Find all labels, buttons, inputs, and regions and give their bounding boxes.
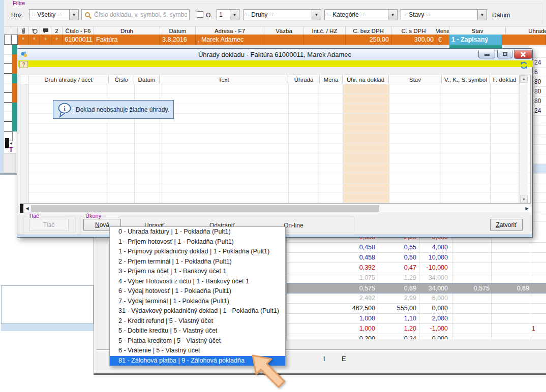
payments-header-f-doklad[interactable]: F. doklad	[490, 75, 520, 84]
table-row[interactable]: 0,392 0,47 -10,000	[287, 263, 546, 273]
table-row[interactable]: 2,492 2,99 6,000	[287, 293, 546, 304]
row-mena[interactable]: €	[436, 35, 449, 45]
row-datum[interactable]: 3.8.2016	[160, 35, 196, 45]
menu-item[interactable]: 0 - Uhrada faktury | 1 - Pokladňa (Pult1…	[110, 227, 285, 237]
row-selector-cell[interactable]	[11, 35, 18, 45]
filter-number-dropdown[interactable]: 1 ▼	[217, 9, 239, 20]
filter-stavy-dropdown[interactable]: -- Stavy -- ▼	[401, 9, 487, 20]
grid-header-intc[interactable]: Int.č. / HZ	[304, 26, 346, 35]
grid-header-count[interactable]: 2	[51, 26, 63, 35]
online-button[interactable]: On-line	[284, 222, 304, 229]
o-checkbox[interactable]	[197, 11, 203, 18]
payments-header-cislo[interactable]: Číslo	[109, 75, 134, 84]
menu-item[interactable]: 5 - Platba kreditom | 5 - Vlastný účet	[110, 336, 285, 346]
table-row[interactable]: 0,200 0,24 0,000	[287, 334, 546, 339]
scroll-right-icon[interactable]: ▶	[523, 205, 531, 212]
menu-item[interactable]: 31 - Výdavkový pokladničný doklad | 1 - …	[110, 306, 285, 316]
grid-header-vazba[interactable]: Väzba	[264, 26, 304, 35]
splitter-handle[interactable]	[20, 204, 23, 213]
row-selector-cell[interactable]	[4, 35, 11, 45]
menu-item[interactable]: 4 - Výber Hotovosti z účtu | 1 - Bankový…	[110, 277, 285, 287]
table-row[interactable]: 0,575 0,69 34,000 0,575 0,69	[287, 283, 546, 293]
payments-header-druh[interactable]: Druh úhrady / účet	[28, 75, 109, 84]
grid-header-s-dph[interactable]: C. s DPH	[391, 26, 436, 35]
maximize-button[interactable]	[497, 50, 512, 58]
comment-balloon-icon[interactable]	[40, 26, 51, 35]
grid-header-bez-dph[interactable]: C. bez DPH	[346, 26, 391, 35]
row-adresa[interactable]: , Marek Adamec	[196, 35, 264, 45]
menu-item[interactable]: 2 - Príjem terminál | 1 - Pokladňa (Pult…	[110, 257, 285, 267]
clipped-grid-cell	[533, 125, 546, 135]
chevron-down-icon[interactable]: ▼	[230, 10, 239, 20]
table-row[interactable]: 1,000 1,20 -1,000 1	[287, 324, 546, 334]
row-flag-count[interactable]: °	[51, 35, 63, 45]
row-stav-badge[interactable]: 1 - Zapisaný	[449, 35, 502, 45]
search-input[interactable]	[82, 10, 189, 20]
payments-header-datum[interactable]: Dátum	[134, 75, 160, 84]
payments-header-uhrada[interactable]: Úhrada	[288, 75, 320, 84]
horizontal-scrollbar[interactable]: ◀ ▶	[20, 204, 531, 212]
menu-item[interactable]: 1 - Príjmový pokladničný doklad | 1 - Po…	[110, 247, 285, 257]
filter-druhy-dropdown[interactable]: -- Druhy -- ▼	[243, 9, 321, 20]
table-row[interactable]: 1,000 1,10 2,000	[287, 314, 546, 324]
menu-item[interactable]: 3 - Príjem na účet | 1 - Bankový účet 1	[110, 267, 285, 277]
close-dialog-button[interactable]: Zatvoriť	[490, 219, 523, 231]
payments-header-stav[interactable]: Stav	[389, 75, 442, 84]
scroll-down-icon[interactable]: ▼	[520, 195, 528, 203]
grid-header-druh[interactable]: Druh	[94, 26, 160, 35]
refresh-icon[interactable]	[520, 61, 528, 70]
filter-all-dropdown[interactable]: -- Všetky -- ▼	[29, 9, 79, 20]
table-row[interactable]: 0,458 0,55 4,000	[287, 243, 546, 253]
payments-header-mena[interactable]: Mena	[320, 75, 343, 84]
filter-kategorie-dropdown[interactable]: -- Kategórie -- ▼	[324, 9, 398, 20]
scroll-left-icon[interactable]: ◀	[23, 205, 31, 212]
paperclip-icon[interactable]	[18, 26, 29, 35]
close-button[interactable]	[514, 50, 532, 59]
scroll-left-icon[interactable]: ◂	[10, 140, 12, 146]
table-row[interactable]: 0,458 0,50 10,000	[287, 253, 546, 263]
chevron-down-icon[interactable]: ▼	[312, 10, 321, 20]
table-row[interactable]: 1,075 1,29 34,000	[287, 273, 546, 283]
menu-item[interactable]: 5 - Dobitie kreditu | 5 - Vlastný účet	[110, 326, 285, 336]
help-button[interactable]: ?	[19, 61, 28, 68]
chevron-down-icon[interactable]: ▼	[477, 10, 487, 20]
print-button[interactable]: Tlač	[29, 219, 69, 231]
row-druh[interactable]: Faktúra	[94, 35, 160, 45]
chevron-down-icon[interactable]: ▼	[388, 10, 397, 20]
row-bez-dph[interactable]: 250,00	[346, 35, 391, 45]
grid-header-cislo[interactable]: Číslo - F6	[63, 26, 94, 35]
clipped-grid-cell	[533, 145, 546, 154]
minimize-button[interactable]	[478, 50, 495, 58]
payments-table: Druh úhrady / účet Číslo Dátum Text Úhra…	[20, 75, 531, 204]
row-flag-attachment[interactable]: °	[18, 35, 29, 45]
payments-header-uhr-na-doklad[interactable]: Úhr. na doklad	[343, 75, 389, 84]
row-intc[interactable]	[304, 35, 346, 45]
undo-icon[interactable]	[29, 26, 40, 35]
payments-header-text[interactable]: Text	[160, 75, 288, 84]
grid-header-mena[interactable]: Mena	[436, 26, 449, 35]
menu-item[interactable]: 1 - Príjem hotovosť | 1 - Pokladňa (Pult…	[110, 237, 285, 247]
row-flag-undo[interactable]: °	[29, 35, 40, 45]
menu-item[interactable]: 6 - Výdaj hotovosť | 1 - Pokladňa (Pult1…	[110, 286, 285, 297]
dialog-titlebar[interactable]: Úhrady dokladu - Faktúra 61000011, Marek…	[17, 49, 532, 61]
scrollbar-thumb[interactable]	[31, 205, 379, 212]
search-box[interactable]	[81, 9, 190, 20]
tlac-group-clipped-label: T	[9, 146, 13, 153]
grid-header-uhradene[interactable]: Uhradené	[506, 26, 546, 35]
scroll-up-icon[interactable]: ▲	[520, 75, 528, 83]
grid-header-datum[interactable]: Dátum	[160, 26, 196, 35]
menu-item[interactable]: 2 - Kredit refund | 5 - Vlastný účet	[110, 316, 285, 326]
chevron-down-icon[interactable]: ▼	[69, 10, 78, 20]
grid-header-stav[interactable]: Stav	[449, 26, 506, 35]
row-cislo[interactable]: 61000011	[63, 35, 94, 45]
table-row[interactable]: 462,500 555,00 0,000	[287, 304, 546, 314]
menu-item[interactable]: 7 - Výdaj terminál | 1 - Pokladňa (Pult1…	[110, 297, 285, 307]
vertical-scrollbar[interactable]: ▲ ▼	[520, 75, 528, 203]
row-s-dph[interactable]: 300,00	[391, 35, 436, 45]
payments-header-vks[interactable]: V., K., S. symbol	[442, 75, 490, 84]
row-flag-comment[interactable]: °	[40, 35, 51, 45]
left-scroll-handle[interactable]	[5, 138, 9, 148]
row-vazba[interactable]	[264, 35, 304, 45]
grid-header-adresa[interactable]: Adresa - F7	[196, 26, 264, 35]
row-uhradene[interactable]	[502, 35, 546, 45]
